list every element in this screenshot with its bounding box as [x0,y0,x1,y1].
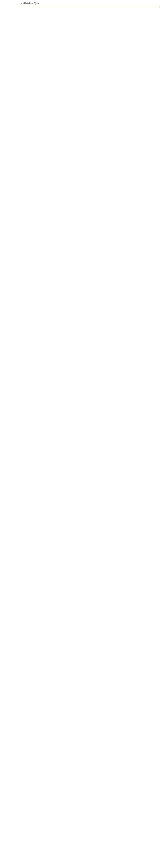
type-frame [18,5,159,8]
diagram-canvas: partMetaPropType partMeta − A set of pro… [0,0,161,8]
type-header: partMetaPropType [20,2,159,5]
